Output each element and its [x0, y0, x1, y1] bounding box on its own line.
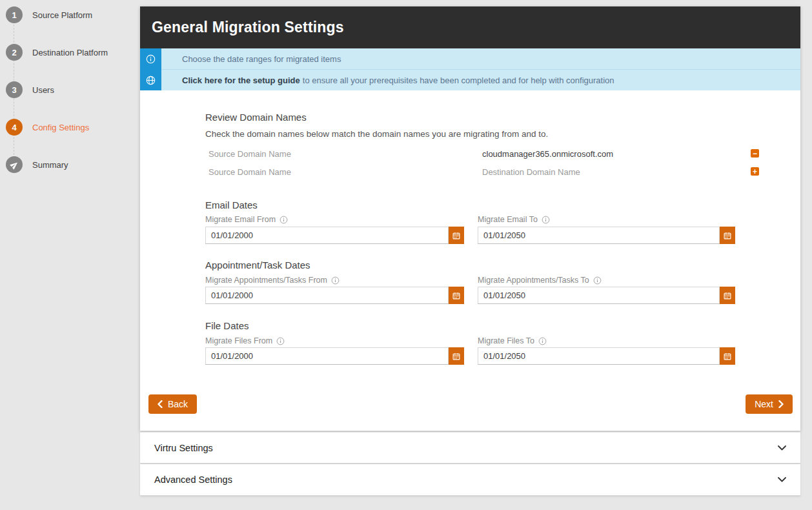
migrate-email-from-label: Migrate Email From: [205, 215, 288, 224]
migrate-appointments-from-field: [205, 287, 464, 304]
accordion-label: Advanced Settings: [154, 474, 232, 485]
chevron-down-icon: [778, 445, 786, 451]
next-button[interactable]: Next: [746, 394, 793, 414]
calendar-icon[interactable]: [449, 227, 464, 244]
destination-domain-field[interactable]: Destination Domain Name: [482, 167, 580, 177]
calendar-icon[interactable]: [449, 287, 464, 304]
calendar-icon[interactable]: [720, 347, 735, 365]
field-info-icon[interactable]: [538, 337, 547, 345]
step-label: Config Settings: [32, 123, 89, 132]
email-dates-title: Email Dates: [205, 199, 258, 210]
migrate-email-from-input[interactable]: [205, 227, 449, 244]
notice-message: Choose the date ranges for migrated item…: [182, 54, 341, 64]
migrate-email-from-field: [205, 227, 464, 244]
destination-domain-field[interactable]: cloudmanager365.onmicrosoft.com: [482, 149, 613, 159]
stepper-item-summary[interactable]: Summary: [6, 156, 68, 173]
migrate-files-to-field: [478, 347, 735, 365]
chevron-down-icon: [778, 477, 786, 482]
migrate-appointments-to-label: Migrate Appointments/Tasks To: [478, 276, 602, 285]
step-number: 4: [12, 123, 16, 132]
info-icon: [140, 48, 161, 70]
field-label-text: Migrate Appointments/Tasks From: [205, 276, 327, 285]
back-button[interactable]: Back: [148, 394, 197, 414]
migrate-files-from-field: [205, 347, 464, 365]
panel-header: General Migration Settings: [140, 6, 800, 48]
migrate-appointments-from-label: Migrate Appointments/Tasks From: [205, 276, 340, 285]
step-number: 3: [12, 85, 16, 95]
migrate-appointments-from-input[interactable]: [205, 287, 449, 304]
stepper-item-users[interactable]: 3 Users: [6, 81, 54, 98]
notice-message: to ensure all your prerequisites have be…: [303, 76, 614, 85]
migrate-files-to-label: Migrate Files To: [478, 336, 547, 345]
send-icon: [6, 156, 23, 173]
step-number: 1: [12, 10, 16, 20]
migrate-appointments-to-field: [478, 287, 735, 304]
remove-icon[interactable]: −: [751, 149, 759, 158]
field-label-text: Migrate Email From: [205, 215, 276, 224]
domain-section-title: Review Domain Names: [205, 112, 307, 123]
calendar-icon[interactable]: [449, 347, 464, 365]
back-button-label: Back: [168, 399, 188, 409]
step-number-badge: 1: [6, 6, 23, 23]
next-button-label: Next: [755, 399, 773, 409]
field-info-icon[interactable]: [542, 216, 550, 224]
step-number-badge: 4: [6, 119, 23, 136]
appointment-dates-title: Appointment/Task Dates: [205, 260, 310, 270]
advanced-settings-accordion[interactable]: Advanced Settings: [140, 464, 800, 496]
step-label: Destination Platform: [32, 48, 108, 57]
step-number-badge: 2: [6, 44, 23, 61]
stepper-item-source-platform[interactable]: 1 Source Platform: [6, 6, 92, 23]
settings-content: Review Domain Names Check the domain nam…: [140, 90, 800, 431]
step-label: Source Platform: [32, 10, 92, 20]
migrate-email-to-input[interactable]: [478, 227, 720, 244]
migrate-files-from-label: Migrate Files From: [205, 336, 285, 345]
notice-text: Click here for the setup guide to ensure…: [161, 70, 800, 90]
field-label-text: Migrate Files To: [478, 336, 534, 345]
domain-section-description: Check the domain names below match the d…: [205, 129, 548, 139]
migrate-files-to-input[interactable]: [478, 347, 720, 365]
calendar-icon[interactable]: [720, 227, 735, 244]
chevron-right-icon: [778, 400, 784, 408]
notice-setup-guide: Click here for the setup guide to ensure…: [140, 70, 800, 90]
add-icon[interactable]: +: [751, 167, 759, 176]
migrate-email-to-label: Migrate Email To: [478, 215, 550, 224]
step-label: Summary: [32, 160, 68, 170]
setup-guide-link[interactable]: Click here for the setup guide: [182, 76, 300, 85]
file-dates-title: File Dates: [205, 320, 249, 331]
field-label-text: Migrate Email To: [478, 215, 538, 224]
general-migration-settings-panel: General Migration Settings Choose the da…: [140, 6, 800, 431]
calendar-icon[interactable]: [720, 287, 735, 304]
field-label-text: Migrate Appointments/Tasks To: [478, 276, 589, 285]
stepper-item-config-settings[interactable]: 4 Config Settings: [6, 119, 89, 136]
migrate-files-from-input[interactable]: [205, 347, 449, 365]
step-number-badge: 3: [6, 81, 23, 98]
globe-icon: [140, 70, 161, 90]
migrate-email-to-field: [478, 227, 735, 244]
migration-stepper: 1 Source Platform 2 Destination Platform…: [0, 0, 139, 510]
accordion-label: Virtru Settings: [154, 443, 213, 453]
notice-text: Choose the date ranges for migrated item…: [161, 48, 800, 70]
field-info-icon[interactable]: [331, 276, 340, 285]
field-info-icon[interactable]: [279, 216, 288, 224]
source-domain-field[interactable]: Source Domain Name: [208, 149, 291, 159]
field-label-text: Migrate Files From: [205, 336, 272, 345]
field-info-icon[interactable]: [276, 337, 285, 345]
migrate-appointments-to-input[interactable]: [478, 287, 720, 304]
page-title: General Migration Settings: [152, 19, 344, 36]
step-number: 2: [12, 48, 16, 57]
source-domain-field[interactable]: Source Domain Name: [208, 167, 291, 177]
field-info-icon[interactable]: [593, 276, 602, 285]
step-label: Users: [32, 85, 54, 95]
chevron-left-icon: [157, 400, 163, 408]
stepper-item-destination-platform[interactable]: 2 Destination Platform: [6, 44, 108, 61]
notice-date-ranges: Choose the date ranges for migrated item…: [140, 48, 800, 70]
virtru-settings-accordion[interactable]: Virtru Settings: [140, 432, 800, 464]
